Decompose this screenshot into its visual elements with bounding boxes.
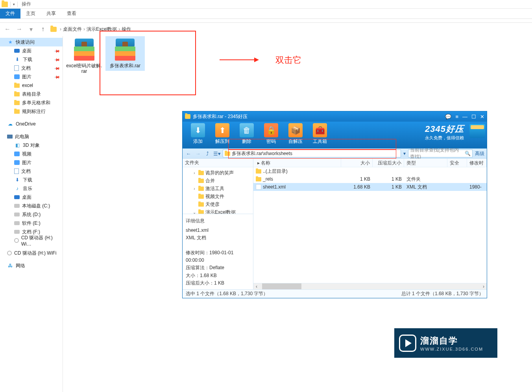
sidebar-quick-access[interactable]: ★ 快速访问 <box>0 38 63 46</box>
sidebar-item-pictures[interactable]: 图片📌 <box>0 72 63 81</box>
tree-item[interactable]: 视频文件 <box>183 192 253 200</box>
sidebar-onedrive[interactable]: ☁OneDrive <box>0 120 63 128</box>
sidebar-item-desktop[interactable]: 桌面📌 <box>0 46 63 55</box>
view-list-icon[interactable]: ☰▾ <box>213 150 220 157</box>
recent-dropdown-icon[interactable]: ▾ <box>27 25 35 33</box>
folder-icon <box>198 194 204 199</box>
up-icon[interactable]: ↑ <box>39 25 47 33</box>
network-icon: 🖧 <box>7 263 13 269</box>
forward-icon: → <box>194 150 201 157</box>
archive-title-text: 多张表求和.rar - 2345好压 <box>193 113 248 120</box>
music-icon: ♪ <box>14 185 20 192</box>
watermark-badge: 溜溜自学 WWW.ZIXUE.3D66.COM <box>394 328 497 358</box>
sidebar-item-drive-c[interactable]: 本地磁盘 (C:) <box>0 202 63 210</box>
file-icon <box>256 184 261 190</box>
close-icon[interactable]: ✕ <box>480 114 484 120</box>
search-icon[interactable]: 🔍 <box>465 151 471 156</box>
menu-icon[interactable]: ≡ <box>455 114 458 120</box>
up-icon[interactable]: ⤴ <box>204 150 211 157</box>
back-icon[interactable]: ← <box>185 150 192 157</box>
star-icon: ★ <box>7 39 13 45</box>
col-size[interactable]: 大小 <box>341 159 373 167</box>
folder-icon <box>14 109 20 114</box>
scroll-right-icon[interactable]: › <box>480 283 487 289</box>
advanced-link[interactable]: 高级 <box>475 150 484 157</box>
back-icon[interactable]: ← <box>3 25 12 33</box>
breadcrumb-item[interactable]: 桌面文件 <box>63 26 82 33</box>
sidebar-item-downloads[interactable]: ⬇下载📌 <box>0 55 63 64</box>
col-name[interactable]: ▸ 名称 <box>253 159 341 167</box>
details-compressed-size: 压缩后大小：1 KB <box>186 279 250 287</box>
chevron-down-icon[interactable]: ▾ <box>13 2 15 6</box>
tree-item[interactable]: 天使彦 <box>183 200 253 208</box>
tab-share[interactable]: 共享 <box>41 9 61 18</box>
sidebar-network[interactable]: 🖧网络 <box>0 261 63 270</box>
brand-area: 2345好压 永久免费，值得信赖 <box>425 123 466 141</box>
cloud-icon: ☁ <box>7 121 13 127</box>
annotation-text: 双击它 <box>275 54 301 66</box>
cd-icon <box>14 238 19 243</box>
sidebar-thispc[interactable]: 此电脑 <box>0 132 63 141</box>
sidebar-item-cd-ext[interactable]: CD 驱动器 (H:) WiFi <box>0 249 63 257</box>
maximize-icon[interactable]: ☐ <box>471 114 476 120</box>
sidebar-item-pictures[interactable]: 图片 <box>0 158 63 167</box>
sidebar-item-documents[interactable]: 文档📌 <box>0 64 63 72</box>
list-row[interactable]: _rels 1 KB 1 KB 文件夹 <box>253 175 487 183</box>
details-type: XML 文档 <box>186 234 250 242</box>
sidebar-item-3d[interactable]: ◧3D 对象 <box>0 141 63 150</box>
col-mod[interactable]: 修改时 <box>467 159 487 167</box>
toolbox-icon: 🧰 <box>313 123 327 137</box>
pin-icon: 📌 <box>54 48 60 54</box>
tab-view[interactable]: 查看 <box>61 9 82 18</box>
sidebar-item-folder[interactable]: 表格目录 <box>0 90 63 98</box>
folder-icon <box>2 2 8 7</box>
col-csize[interactable]: 压缩后大小 <box>373 159 404 167</box>
tab-file[interactable]: 文件 <box>0 9 20 18</box>
sidebar-item-downloads[interactable]: ⬇下载 <box>0 176 63 184</box>
tree-header: 文件夹 <box>183 159 253 167</box>
delete-icon: 🗑 <box>240 123 254 137</box>
sidebar-item-folder[interactable]: excel <box>0 81 63 90</box>
sidebar-item-drive-e[interactable]: 软件 (E:) <box>0 219 63 227</box>
cube-icon: ◧ <box>14 142 20 148</box>
sidebar-item-desktop[interactable]: 桌面 <box>0 193 63 202</box>
tab-home[interactable]: 主页 <box>20 9 41 18</box>
sidebar-item-folder[interactable]: 规则标注行 <box>0 107 63 116</box>
list-row-selected[interactable]: sheet1.xml 1.68 KB 1 KB XML 文档 1980- <box>253 183 487 191</box>
navigation-pane: ★ 快速访问 桌面📌 ⬇下载📌 文档📌 图片📌 excel 表格目录 多单元格求… <box>0 36 63 392</box>
download-icon: ⬇ <box>14 177 20 183</box>
sidebar-item-cd[interactable]: CD 驱动器 (H:) Wi… <box>0 236 63 245</box>
sidebar-item-documents[interactable]: 文档 <box>0 167 63 176</box>
separator <box>17 2 18 7</box>
col-safe[interactable]: 安全 <box>447 159 467 167</box>
tree-item[interactable]: 合并 <box>183 177 253 185</box>
play-icon <box>399 335 416 352</box>
sidebar-item-drive-d[interactable]: 系统 (D:) <box>0 210 63 219</box>
desktop-icon <box>14 49 20 53</box>
folder-icon <box>198 210 204 214</box>
feedback-icon[interactable]: 💬 <box>445 114 451 120</box>
folder-icon <box>50 27 57 32</box>
document-icon <box>14 65 19 71</box>
tree-item[interactable]: ›诡异的的笑声 <box>183 169 253 177</box>
file-name: excel密码片破解.rar <box>65 62 104 77</box>
archive-icon <box>72 39 96 61</box>
sidebar-item-music[interactable]: ♪音乐 <box>0 184 63 193</box>
list-row-up[interactable]: ..(上层目录) <box>253 167 487 175</box>
scroll-thumb[interactable] <box>262 283 301 289</box>
file-item[interactable]: excel密码片破解.rar <box>65 36 104 77</box>
tree-item[interactable]: ›激活工具 <box>183 185 253 192</box>
horizontal-scrollbar[interactable]: ‹ › <box>253 283 487 289</box>
chevron-down-icon[interactable]: ▾ <box>403 151 406 156</box>
archive-titlebar[interactable]: 多张表求和.rar - 2345好压 💬 ≡ — ☐ ✕ <box>183 111 487 122</box>
scroll-left-icon[interactable]: ‹ <box>253 283 260 289</box>
sidebar-item-videos[interactable]: 视频 <box>0 150 63 158</box>
sidebar-item-folder[interactable]: 多单元格求和 <box>0 98 63 107</box>
minimize-icon[interactable]: — <box>462 114 467 120</box>
folder-icon <box>256 177 261 181</box>
forward-icon: → <box>15 25 24 33</box>
archive-search-field[interactable]: 当前目录查找(支持包内查找) 🔍 <box>408 150 473 157</box>
col-type[interactable]: 类型 <box>404 159 447 167</box>
tree-item[interactable]: ⌄演示Excel数据 <box>183 208 253 214</box>
toolbar-add-button[interactable]: ⬇添加 <box>186 123 210 145</box>
